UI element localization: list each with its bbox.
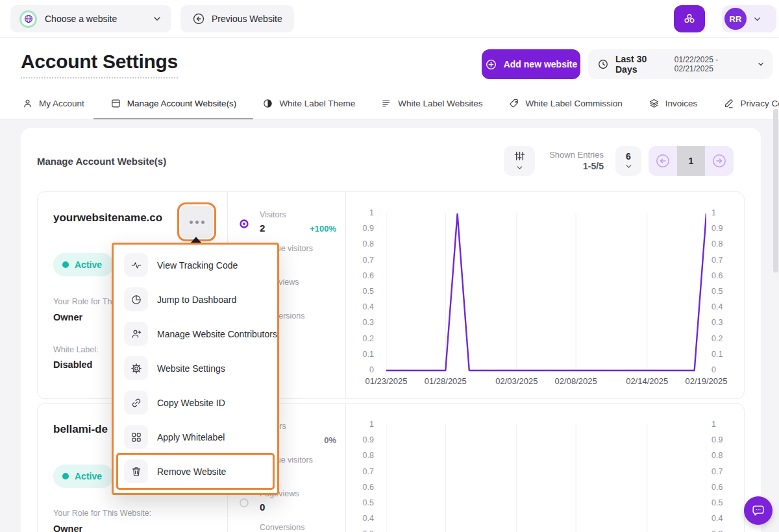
website-name: yourwebsitename.co <box>53 212 162 224</box>
chevron-down-icon <box>752 14 762 24</box>
y-axis-tick-label: 0.5 <box>345 498 374 507</box>
y-axis-tick-label: 0.5 <box>711 287 740 296</box>
page-size-select[interactable]: 6 <box>615 146 641 176</box>
tab-label: Invoices <box>665 99 698 108</box>
visitors-chart: 000.10.10.20.20.30.30.40.40.50.50.60.60.… <box>345 192 745 400</box>
pagination-current-page[interactable]: 1 <box>677 146 706 176</box>
menu-item-website-settings[interactable]: Website Settings <box>114 351 277 385</box>
shown-entries: Shown Entries 1-5/5 <box>526 150 604 171</box>
tab-label: My Account <box>39 99 84 108</box>
y-axis-tick-label: 0.4 <box>345 302 374 311</box>
pagination-prev-button[interactable] <box>649 146 677 176</box>
chart-plot-area <box>386 425 706 532</box>
menu-item-view-tracking-code[interactable]: View Tracking Code <box>114 248 277 282</box>
settings-tab-bar: My AccountManage Account Website(s)White… <box>0 88 779 119</box>
date-range-picker[interactable]: Last 30 Days 01/22/2025 - 02/21/2025 <box>588 49 773 79</box>
section-title: Manage Account Website(s) <box>37 156 166 167</box>
menu-item-apply-whitelabel[interactable]: Apply Whitelabel <box>114 420 277 454</box>
menu-item-label: Manage Website Contributors <box>157 329 277 339</box>
y-axis-tick-label: 0 <box>345 365 374 374</box>
tab-label: White Label Commission <box>526 99 623 108</box>
website-selector[interactable]: Choose a website <box>10 5 171 32</box>
tab-white-label-commission[interactable]: White Label Commission <box>509 88 623 119</box>
y-axis-tick-label: 0.1 <box>711 350 740 359</box>
tab-my-account[interactable]: My Account <box>22 88 84 119</box>
y-axis-tick-label: 0.7 <box>711 256 740 265</box>
website-selector-label: Choose a website <box>45 14 117 24</box>
chevron-down-icon <box>152 14 162 24</box>
pulse-icon <box>124 253 148 277</box>
status-label: Active <box>75 471 102 481</box>
avatar: RR <box>724 8 747 30</box>
role-value: Owner <box>53 312 82 322</box>
y-axis-tick-label: 1 <box>345 208 374 217</box>
menu-item-label: View Tracking Code <box>157 260 238 271</box>
y-axis-tick-label: 0.3 <box>345 318 374 327</box>
website-actions-button[interactable] <box>180 206 213 238</box>
chat-fab-button[interactable] <box>744 496 773 525</box>
tab-white-label-websites[interactable]: White Label Websites <box>381 88 482 119</box>
tab-manage-account-website-s[interactable]: Manage Account Website(s) <box>110 88 237 119</box>
x-axis-tick-label: 02/08/2025 <box>546 376 606 386</box>
user-plus-icon <box>124 322 148 346</box>
stat-value-visitors: 2 <box>260 223 265 234</box>
role-value: Owner <box>53 524 82 532</box>
menu-item-label: Website Settings <box>157 363 225 374</box>
y-axis-tick-label: 1 <box>711 420 740 429</box>
menu-item-label: Jump to Dashboard <box>157 295 236 305</box>
tab-privacy-consents[interactable]: Privacy Consents <box>723 88 779 119</box>
shown-entries-label: Shown Entries <box>526 150 604 160</box>
menu-item-manage-website-contributors[interactable]: Manage Website Contributors <box>114 317 277 351</box>
tab-white-label-theme[interactable]: White Label Theme <box>262 88 355 119</box>
y-axis-tick-label: 0.8 <box>345 451 374 460</box>
chart-plot-area <box>386 213 706 374</box>
clock-icon <box>597 58 609 70</box>
tag-icon <box>509 98 520 109</box>
y-axis-tick-label: 0.8 <box>711 451 740 460</box>
y-axis-tick-label: 0.6 <box>345 271 374 280</box>
y-axis-tick-label: 0.4 <box>711 514 740 523</box>
radio-unselected-gray <box>239 498 249 508</box>
y-axis-tick-label: 0.9 <box>345 435 374 444</box>
status-label: Active <box>75 260 102 270</box>
stat-label-conversions: Conversions <box>260 523 304 532</box>
y-axis-tick-label: 0.9 <box>711 224 740 233</box>
y-axis-tick-label: 0.4 <box>711 302 740 311</box>
y-axis-tick-label: 0.5 <box>345 287 374 296</box>
y-axis-tick-label: 1 <box>711 208 740 217</box>
y-axis-tick-label: 0.9 <box>345 224 374 233</box>
date-range-value: 01/22/2025 - 02/21/2025 <box>674 55 750 73</box>
y-axis-tick-label: 0.7 <box>345 467 374 476</box>
menu-item-jump-to-dashboard[interactable]: Jump to Dashboard <box>114 282 277 317</box>
stat-change-visitors: +100% <box>310 224 336 234</box>
pagination: 1 <box>649 146 734 176</box>
y-axis-tick-label: 0.3 <box>711 318 740 327</box>
pagination-next-button[interactable] <box>705 146 734 176</box>
white-label-value: Disabled <box>53 359 92 370</box>
add-new-website-button[interactable]: Add new website <box>482 49 580 79</box>
menu-item-remove-website[interactable]: Remove Website <box>117 454 273 489</box>
tab-label: Manage Account Website(s) <box>127 99 237 108</box>
top-bar: Choose a website Previous Website RR <box>0 0 779 38</box>
y-axis-tick-label: 0.9 <box>711 435 740 444</box>
radio-selected-purple <box>239 219 249 229</box>
browser-icon <box>110 98 121 109</box>
account-menu[interactable]: RR <box>722 5 776 32</box>
tab-invoices[interactable]: Invoices <box>649 88 698 119</box>
list-lines-icon <box>381 98 392 109</box>
grid-icon <box>124 425 148 449</box>
page-size-value: 6 <box>626 151 631 162</box>
y-axis-tick-label: 0.1 <box>345 350 374 359</box>
previous-website-button[interactable]: Previous Website <box>180 5 294 32</box>
add-new-website-label: Add new website <box>504 59 578 69</box>
menu-item-copy-website-id[interactable]: Copy Website ID <box>114 385 277 420</box>
role-label: Your Role for This Website: <box>53 509 151 518</box>
y-axis-tick-label: 0.6 <box>711 483 740 492</box>
team-button[interactable] <box>674 5 705 32</box>
x-axis-tick-label: 02/19/2025 <box>676 376 736 386</box>
scrollbar-thumb[interactable] <box>773 109 778 272</box>
stat-change-visitors: 0% <box>324 435 336 445</box>
pie-chart-icon <box>124 287 148 311</box>
y-axis-tick-label: 0.7 <box>345 256 374 265</box>
menu-item-label: Apply Whitelabel <box>157 432 225 442</box>
